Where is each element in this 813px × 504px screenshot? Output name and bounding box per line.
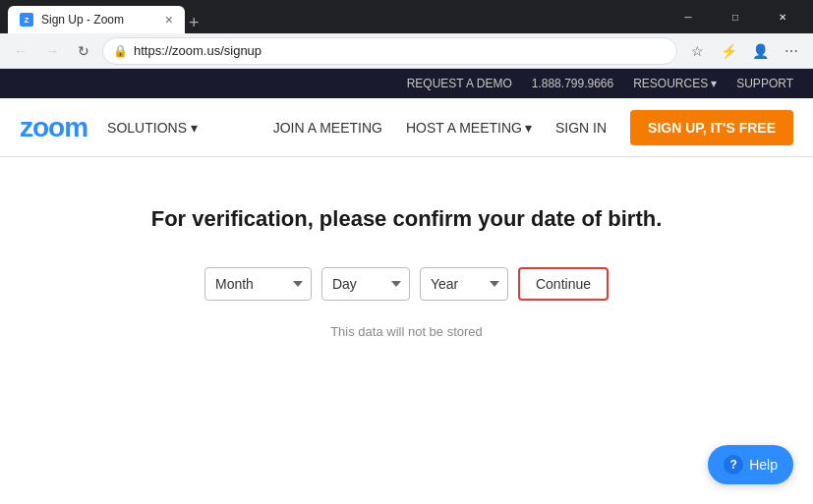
address-bar[interactable]: 🔒 https://zoom.us/signup <box>102 37 677 65</box>
verification-title: For verification, please confirm your da… <box>151 206 663 232</box>
date-of-birth-form: Month January February March April May J… <box>204 267 609 301</box>
bookmark-icon[interactable]: ☆ <box>683 37 711 65</box>
zoom-logo[interactable]: zoom <box>20 112 87 143</box>
help-icon: ? <box>724 455 743 475</box>
nav-links: JOIN A MEETING HOST A MEETING ▾ SIGN IN … <box>273 110 793 145</box>
active-tab[interactable]: Z Sign Up - Zoom × <box>8 6 185 33</box>
back-button[interactable]: ← <box>8 38 33 64</box>
request-demo-link[interactable]: REQUEST A DEMO <box>407 77 512 90</box>
toolbar-icons: ☆ ⚡ 👤 ⋯ <box>683 37 805 65</box>
day-select[interactable]: Day 1234 5678 910 <box>321 267 410 301</box>
new-tab-button[interactable]: + <box>189 13 200 33</box>
sign-in-link[interactable]: SIGN IN <box>555 120 607 136</box>
phone-number: 1.888.799.9666 <box>532 77 613 90</box>
extensions-icon[interactable]: ⚡ <box>715 37 742 65</box>
month-select[interactable]: Month January February March April May J… <box>204 267 312 301</box>
profile-icon[interactable]: 👤 <box>746 37 774 65</box>
join-meeting-link[interactable]: JOIN A MEETING <box>273 120 382 136</box>
forward-button[interactable]: → <box>39 38 65 64</box>
tab-title: Sign Up - Zoom <box>41 13 157 27</box>
solutions-menu[interactable]: SOLUTIONS ▾ <box>107 120 198 136</box>
help-label: Help <box>749 457 778 473</box>
data-notice: This data will not be stored <box>330 324 483 339</box>
close-button[interactable]: ✕ <box>760 1 805 32</box>
page-content: For verification, please confirm your da… <box>0 157 813 368</box>
continue-button[interactable]: Continue <box>518 267 609 301</box>
support-link[interactable]: SUPPORT <box>736 77 793 90</box>
tab-close-button[interactable]: × <box>165 13 173 27</box>
help-button[interactable]: ? Help <box>708 445 793 484</box>
refresh-button[interactable]: ↻ <box>71 38 96 64</box>
lock-icon: 🔒 <box>113 44 128 58</box>
maximize-button[interactable]: □ <box>713 1 758 32</box>
tab-bar: Z Sign Up - Zoom × + <box>8 0 200 33</box>
main-navigation: zoom SOLUTIONS ▾ JOIN A MEETING HOST A M… <box>0 98 813 157</box>
signup-button[interactable]: SIGN UP, IT'S FREE <box>630 110 793 145</box>
browser-titlebar: Z Sign Up - Zoom × + ─ □ ✕ <box>0 0 813 33</box>
url-text: https://zoom.us/signup <box>134 43 667 58</box>
utility-bar: REQUEST A DEMO 1.888.799.9666 RESOURCES … <box>0 69 813 98</box>
browser-controls: ← → ↻ 🔒 https://zoom.us/signup ☆ ⚡ 👤 ⋯ <box>0 33 813 69</box>
website-content: REQUEST A DEMO 1.888.799.9666 RESOURCES … <box>0 69 813 504</box>
year-select[interactable]: Year 200520001995 199019851980 <box>420 267 508 301</box>
tab-favicon: Z <box>20 13 33 27</box>
minimize-button[interactable]: ─ <box>666 1 711 32</box>
host-meeting-menu[interactable]: HOST A MEETING ▾ <box>406 120 532 136</box>
resources-menu[interactable]: RESOURCES ▾ <box>633 77 717 90</box>
menu-icon[interactable]: ⋯ <box>778 37 805 65</box>
window-controls: ─ □ ✕ <box>666 1 805 32</box>
